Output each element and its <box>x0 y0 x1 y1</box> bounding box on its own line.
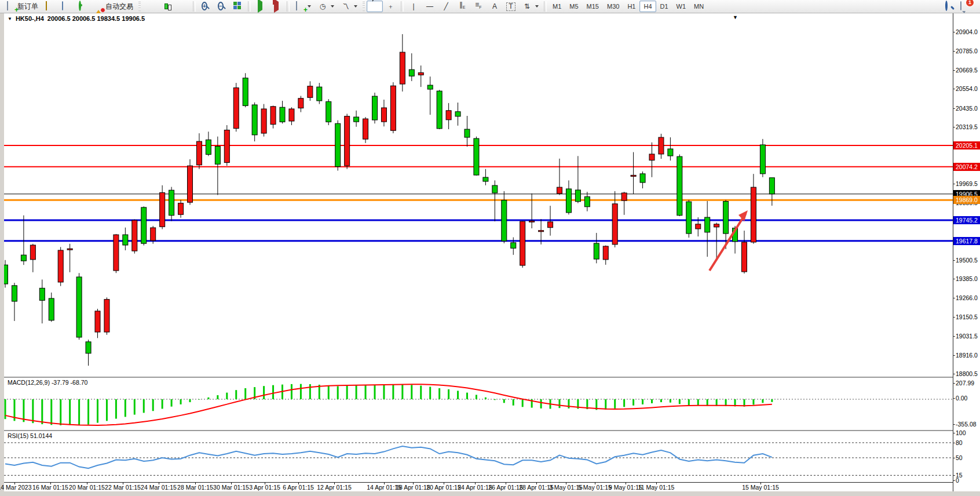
line-chart-button[interactable] <box>175 1 191 12</box>
auto-scroll-button[interactable] <box>253 1 269 12</box>
timeframe-button-m15[interactable]: M15 <box>583 1 603 12</box>
rsi-pane[interactable]: RSI(15) 51.0144 <box>4 430 953 482</box>
candle-body <box>178 203 184 215</box>
cursor-tool-button[interactable] <box>367 1 383 12</box>
rsi-chart[interactable] <box>4 431 953 482</box>
navigator-button[interactable] <box>58 1 74 12</box>
timeframe-button-h4[interactable]: H4 <box>639 1 656 12</box>
candlestick-chart[interactable] <box>4 13 953 377</box>
candle-body <box>132 220 137 251</box>
time-tick <box>195 483 196 484</box>
time-axis[interactable]: 14 Mar 202316 Mar 01:1520 Mar 01:1522 Ma… <box>4 482 953 491</box>
trendline-icon: ╱ <box>441 2 451 11</box>
trendline-tool[interactable]: ╱ <box>438 1 454 12</box>
timeframe-button-m1[interactable]: M1 <box>548 1 565 12</box>
candle-body <box>455 112 460 116</box>
text-tool[interactable]: A <box>487 1 503 12</box>
signals-button[interactable] <box>74 1 90 12</box>
vertical-line-tool[interactable]: | <box>405 1 422 12</box>
toolbar-separator <box>287 1 290 12</box>
time-label: 28 Apr 01:15 <box>519 484 554 491</box>
navigator-icon <box>62 1 63 10</box>
main-chart-pane[interactable] <box>4 13 953 377</box>
candle-body <box>529 221 535 222</box>
time-label: 11 May 01:15 <box>638 484 675 491</box>
arrows-tool-dropdown[interactable]: ⇅ <box>519 1 542 12</box>
time-label: 24 Apr 01:15 <box>458 484 492 491</box>
new-order-button[interactable]: 新订单 <box>2 1 42 12</box>
timeframe-button-h1[interactable]: H1 <box>623 1 639 12</box>
price-badge-20205.1: 20205.1 <box>953 141 980 149</box>
fibonacci-icon: ≡F <box>474 0 483 12</box>
price-axis[interactable]: 20904.020785.020669.520554.020435.020319… <box>953 13 980 491</box>
chat-button[interactable]: 1 <box>960 2 970 11</box>
candle-body <box>474 138 479 175</box>
candle-body <box>58 250 63 282</box>
candle-body <box>104 300 109 332</box>
candle-body <box>427 85 433 89</box>
styler-icon <box>46 1 47 10</box>
time-tick <box>444 483 444 484</box>
period-dropdown[interactable]: ◷ <box>315 1 338 12</box>
rsi-label: RSI(15) 51.0144 <box>8 432 52 439</box>
timeframe-button-m30[interactable]: M30 <box>603 1 623 12</box>
price-tick: 20319.5 <box>956 123 978 130</box>
candle-body <box>95 311 100 332</box>
candle-body <box>742 242 747 272</box>
timeframe-button-d1[interactable]: D1 <box>656 1 672 12</box>
rsi-axis-tick: 50 <box>956 454 963 461</box>
zoom-out-button[interactable]: − <box>214 1 230 12</box>
timeframe-button-w1[interactable]: W1 <box>672 1 690 12</box>
time-tick <box>334 483 335 484</box>
channel-tool[interactable]: ∥E <box>454 1 470 12</box>
chart-shift-button[interactable] <box>269 1 285 12</box>
macd-chart[interactable] <box>4 378 953 430</box>
indicators-dropdown[interactable]: 〽 <box>338 1 361 12</box>
new-order-label: 新订单 <box>17 2 38 12</box>
time-tick <box>566 483 566 484</box>
time-tick <box>656 483 657 484</box>
chart-menu-icon[interactable]: ▼ <box>8 16 12 21</box>
time-tick <box>384 483 385 484</box>
candle-body <box>696 224 701 229</box>
time-tick <box>123 483 123 484</box>
candle-body <box>289 109 294 121</box>
auto-trading-button[interactable]: 自动交易 <box>90 1 137 12</box>
arrows-tool-icon: ⇅ <box>522 2 532 11</box>
macd-pane[interactable]: MACD(12,26,9) -37.79 -68.70 <box>4 377 953 430</box>
styler-button[interactable] <box>42 1 58 12</box>
crosshair-tool-button[interactable]: ﹢ <box>383 1 399 12</box>
text-label-tool[interactable]: T <box>503 1 519 12</box>
candle-body <box>612 204 617 245</box>
timeframe-button-mn[interactable]: MN <box>690 1 708 12</box>
candlestick-chart-button[interactable] <box>159 1 175 12</box>
zoom-in-button[interactable]: + <box>198 1 214 12</box>
candle-body <box>12 286 17 301</box>
price-tick: 19266.0 <box>956 294 978 301</box>
timeframe-button-m5[interactable]: M5 <box>565 1 582 12</box>
candle-body <box>502 200 507 241</box>
time-label: 16 Mar 01:15 <box>32 484 68 491</box>
new-order-icon <box>7 1 8 10</box>
main-toolbar: 新订单 自动交易 + − ◷ 〽 ﹢ | — ╱ ∥E ≡F A T ⇅ M1M… <box>0 0 980 13</box>
fibonacci-tool[interactable]: ≡F <box>470 1 487 12</box>
time-label: 30 Mar 01:15 <box>213 484 249 491</box>
candle-body <box>224 130 229 162</box>
candle-body <box>483 177 488 181</box>
chart-shift-marker[interactable]: ▼ <box>733 14 738 20</box>
candle-body <box>539 231 544 232</box>
candle-body <box>390 86 396 130</box>
bar-chart-button[interactable] <box>142 1 159 12</box>
candle-body <box>400 52 405 84</box>
horizontal-line-tool[interactable]: — <box>422 1 438 12</box>
search-button[interactable] <box>945 2 955 11</box>
candle-body <box>760 145 765 174</box>
rsi-value: 51.0144 <box>30 432 52 439</box>
candle-body <box>437 91 442 129</box>
tile-windows-button[interactable] <box>230 1 246 12</box>
window-edge <box>0 13 4 496</box>
new-chart-dropdown[interactable] <box>291 1 315 12</box>
candle-body <box>243 78 248 106</box>
channel-icon: ∥E <box>458 0 467 12</box>
chart-window: ▼ HK50-,H4 20006.5 20006.5 19834.5 19906… <box>4 13 953 491</box>
